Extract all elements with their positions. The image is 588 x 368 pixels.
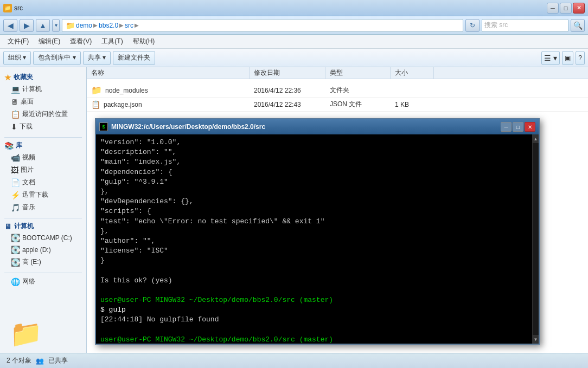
help-button[interactable]: ? [576,51,585,65]
file-name-node-modules: 📁 node_modules [87,84,250,96]
search-placeholder: 搜索 src [484,21,508,30]
docs-icon: 📄 [11,178,20,187]
terminal-body[interactable]: "version": "1.0.0", "description": "", "… [96,134,532,344]
file-row-node-modules[interactable]: 📁 node_modules 2016/4/12 22:36 文件夹 [87,83,588,98]
terminal-maximize-button[interactable]: □ [513,122,523,132]
term-line-10: }, [100,227,528,236]
sidebar-docs-label: 文档 [22,178,35,187]
sidebar-item-bootcamp[interactable]: 💽 BOOTCAMP (C:) [0,232,86,244]
sidebar-item-recent[interactable]: 📋 最近访问的位置 [0,108,86,120]
search-button[interactable]: 🔍 [571,19,585,32]
terminal-controls: ─ □ ✕ [501,122,535,132]
file-modified-node-modules: 2016/4/12 22:36 [250,86,325,95]
sidebar-item-pictures[interactable]: 🖼 图片 [0,164,86,176]
share-status-icon: 👥 [36,357,44,365]
menu-tools[interactable]: 工具(T) [97,36,127,47]
apple-drive-icon: 💽 [11,246,20,254]
term-line-9: "test": "echo \"Error: no test specified… [100,217,528,227]
sidebar-item-apple[interactable]: 💽 apple (D:) [0,244,86,256]
breadcrumb-demo[interactable]: demo [76,22,92,29]
share-label: 共享 ▾ [88,53,106,62]
terminal-title-bar: $ MINGW32:/c/Users/user/Desktop/demo/bbs… [96,119,539,134]
term-line-6: }, [100,187,528,197]
organize-button[interactable]: 组织 ▾ [3,51,31,65]
status-count: 2 个对象 [7,356,31,365]
term-line-13: } [100,256,528,266]
video-icon: 📹 [11,153,20,162]
sidebar-item-desktop[interactable]: 🖥 桌面 [0,95,86,108]
terminal-minimize-button[interactable]: ─ [501,122,512,132]
menu-file[interactable]: 文件(F) [3,36,33,47]
add-to-library-button[interactable]: 包含到库中 ▾ [33,51,80,65]
divider-1 [4,137,82,138]
terminal-close-button[interactable]: ✕ [525,122,535,132]
title-bar: 📁 src ─ □ ✕ [0,0,588,16]
breadcrumb[interactable]: 📁 demo ▶ bbs2.0 ▶ src ▶ [62,19,463,32]
library-label: 库 [16,141,22,150]
preview-pane-button[interactable]: ▣ [562,51,573,65]
scroll-down-button[interactable]: ▼ [533,335,539,344]
recent-icon: 📋 [11,110,20,119]
back-button[interactable]: ◀ [3,19,17,32]
sidebar-desktop-label: 桌面 [21,97,34,106]
term-line-5: "gulp": "^3.9.1" [100,177,528,187]
star-icon: ★ [4,73,11,82]
share-button[interactable]: 共享 ▾ [83,51,111,65]
term-line-20 [100,325,528,335]
term-line-1: "version": "1.0.0", [100,138,528,147]
sidebar-item-video[interactable]: 📹 视频 [0,151,86,164]
breadcrumb-src[interactable]: src [125,22,133,29]
network-section: 🌐 网络 [0,275,86,288]
menu-help[interactable]: 帮助(H) [129,36,159,47]
col-modified[interactable]: 修改日期 [250,67,325,79]
maximize-button[interactable]: □ [560,3,572,14]
sidebar-item-download[interactable]: ⬇ 下载 [0,120,86,133]
divider-2 [4,218,82,218]
gao-drive-icon: 💽 [11,258,20,267]
folder-icon: 📁 [91,85,102,95]
add-to-library-label: 包含到库中 ▾ [38,53,75,62]
window-icon: 📁 [3,4,12,12]
menu-edit[interactable]: 编辑(E) [34,36,65,47]
close-button[interactable]: ✕ [573,3,585,14]
new-folder-label: 新建文件夹 [118,53,150,62]
up-button[interactable]: ▲ [36,19,50,32]
address-bar: ◀ ▶ ▲ ▾ 📁 demo ▶ bbs2.0 ▶ src ▶ ↻ 搜索 src… [0,16,588,35]
terminal-content: "version": "1.0.0", "description": "", "… [96,134,539,344]
term-line-18: $ gulp [100,305,528,315]
file-row-package-json[interactable]: 📋 package.json 2016/4/12 22:43 JSON 文件 1… [87,98,588,112]
search-box[interactable]: 搜索 src [482,19,568,32]
col-type[interactable]: 类型 [325,67,391,79]
col-name[interactable]: 名称 [87,67,250,79]
sidebar-item-gao[interactable]: 💽 高 (E:) [0,256,86,268]
sidebar-item-network[interactable]: 🌐 网络 [0,275,86,288]
scroll-up-button[interactable]: ▲ [533,134,539,143]
sidebar-bootcamp-label: BOOTCAMP (C:) [22,234,72,242]
sidebar-item-computer[interactable]: 💻 计算机 [0,83,86,95]
sidebar-item-thunder[interactable]: ⚡ 迅雷下载 [0,189,86,201]
forward-button[interactable]: ▶ [20,19,34,32]
status-bar: 2 个对象 👥 已共享 [0,353,588,368]
terminal-icon: $ [99,122,108,131]
minimize-button[interactable]: ─ [547,3,559,14]
new-folder-button[interactable]: 新建文件夹 [113,51,155,65]
menu-bar: 文件(F) 编辑(E) 查看(V) 工具(T) 帮助(H) [0,35,588,49]
term-line-21: user@user-PC MINGW32 ~/Desktop/demo/bbs2… [100,335,528,344]
recent-button[interactable]: ▾ [52,19,60,32]
col-size[interactable]: 大小 [391,67,434,79]
sidebar-item-music[interactable]: 🎵 音乐 [0,201,86,214]
terminal-scrollbar[interactable]: ▲ ▼ [532,134,539,344]
file-size-package-json: 1 KB [391,100,434,109]
scroll-track [533,143,539,335]
term-cmd-1: gulp [109,306,126,314]
refresh-button[interactable]: ↻ [465,19,480,32]
term-line-19: [22:44:18] No gulpfile found [100,315,528,325]
computer-icon: 💻 [11,85,20,94]
breadcrumb-bbs20[interactable]: bbs2.0 [99,22,118,29]
library-header: 📚 库 [0,140,86,151]
view-options-button[interactable]: ☰ ▾ [541,51,560,65]
sidebar-recent-label: 最近访问的位置 [22,109,68,119]
sidebar-thunder-label: 迅雷下载 [22,190,48,199]
menu-view[interactable]: 查看(V) [66,36,96,47]
sidebar-item-docs[interactable]: 📄 文档 [0,176,86,189]
